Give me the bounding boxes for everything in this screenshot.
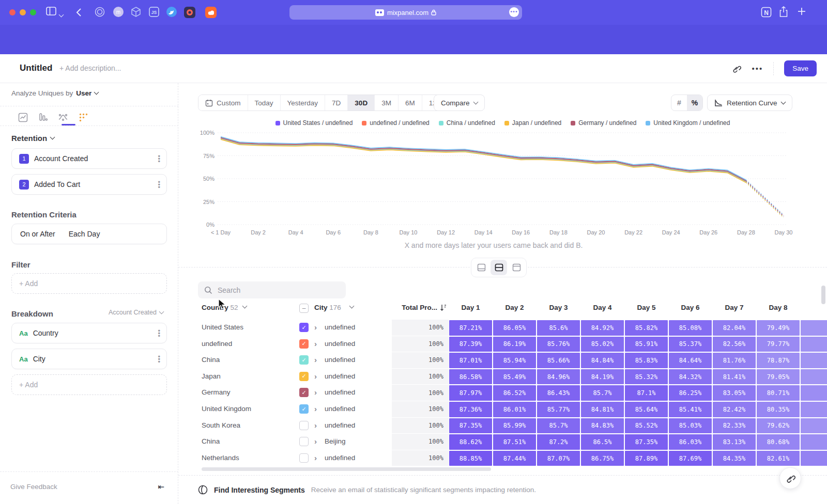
expand-row-icon[interactable]: ›: [314, 388, 317, 397]
city-cell[interactable]: undefined: [325, 356, 355, 364]
password-manager-extension-icon[interactable]: [183, 6, 196, 19]
range-7d[interactable]: 7D: [325, 95, 348, 111]
row-checkbox[interactable]: ✓: [299, 355, 309, 365]
retention-cell[interactable]: 85.77%: [537, 402, 580, 417]
row-checkbox[interactable]: [299, 437, 309, 446]
retention-cell[interactable]: 79.77%: [757, 337, 800, 352]
retention-cell[interactable]: 88.85%: [449, 451, 492, 466]
retention-cell[interactable]: 85.66%: [537, 353, 580, 368]
breakdown-options-icon[interactable]: •••: [158, 329, 160, 337]
expand-row-icon[interactable]: ›: [314, 421, 317, 430]
analyze-uniques-control[interactable]: Analyze Uniques by User: [11, 89, 98, 97]
legend-item[interactable]: Germany / undefined: [571, 119, 636, 127]
breakdown-country[interactable]: Aa Country •••: [11, 323, 167, 343]
retention-cell[interactable]: 85.91%: [625, 337, 668, 352]
range-3m[interactable]: 3M: [375, 95, 399, 111]
breakdown-scope-control[interactable]: Account Created: [109, 309, 163, 316]
country-cell[interactable]: Germany: [202, 388, 231, 396]
expand-row-icon[interactable]: ›: [314, 404, 317, 413]
table-search-input[interactable]: Search: [198, 281, 346, 298]
expand-row-icon[interactable]: ›: [314, 453, 317, 462]
retention-cell[interactable]: 85.08%: [669, 320, 712, 336]
compare-button[interactable]: Compare: [434, 94, 485, 111]
retention-cell[interactable]: 85.83%: [625, 353, 668, 368]
city-cell[interactable]: undefined: [325, 421, 355, 429]
tab-insights[interactable]: [16, 110, 30, 124]
country-cell[interactable]: United States: [202, 323, 243, 331]
select-all-checkbox[interactable]: –: [299, 304, 309, 313]
retention-cell[interactable]: 87.36%: [449, 402, 492, 417]
legend-item[interactable]: United States / undefined: [275, 119, 353, 127]
country-cell[interactable]: South Korea: [202, 421, 240, 429]
retention-cell[interactable]: 85.37%: [669, 337, 712, 352]
url-bar[interactable]: mixpanel.com •••: [289, 5, 522, 20]
retention-cell[interactable]: 83.13%: [713, 434, 756, 450]
retention-cell[interactable]: 87.39%: [449, 337, 492, 352]
retention-cell[interactable]: 87.01%: [449, 353, 492, 368]
copy-link-icon[interactable]: [732, 64, 741, 73]
retention-cell[interactable]: 80.71%: [757, 385, 800, 401]
tab-funnels[interactable]: [36, 110, 50, 124]
minimize-window-button[interactable]: [20, 9, 26, 15]
retention-cell[interactable]: 82.33%: [713, 418, 756, 434]
row-checkbox[interactable]: [299, 453, 309, 463]
retention-cell[interactable]: 87.51%: [493, 434, 536, 450]
retention-criteria-control[interactable]: On or After Each Day: [11, 224, 167, 244]
horizontal-scrollbar[interactable]: [202, 467, 491, 471]
add-filter-button[interactable]: + Add: [11, 273, 167, 294]
retention-cell[interactable]: 86.19%: [493, 337, 536, 352]
share-icon[interactable]: [779, 6, 788, 18]
event-step-2[interactable]: 2 Added To Cart •••: [11, 174, 167, 195]
retention-cell[interactable]: 82.04%: [713, 320, 756, 336]
retention-cell[interactable]: 82.42%: [713, 402, 756, 417]
js-badge-extension-icon[interactable]: JS: [148, 6, 160, 18]
retention-cell[interactable]: 85.6%: [537, 320, 580, 336]
retention-cell[interactable]: 84.83%: [581, 418, 624, 434]
retention-cell[interactable]: 84.92%: [581, 320, 624, 336]
country-cell[interactable]: United Kingdom: [202, 405, 251, 413]
tab-retention[interactable]: [76, 110, 90, 124]
row-checkbox[interactable]: ✓: [299, 339, 309, 349]
retention-cell[interactable]: 86.03%: [669, 434, 712, 450]
day-column-header[interactable]: Day 2: [493, 304, 536, 311]
retention-cell[interactable]: 84.32%: [669, 369, 712, 385]
chevron-down-icon[interactable]: [242, 304, 248, 309]
expand-row-icon[interactable]: ›: [314, 323, 317, 332]
chevron-down-icon[interactable]: [59, 9, 63, 19]
give-feedback-link[interactable]: Give Feedback: [10, 483, 57, 491]
retention-cell[interactable]: 85.7%: [537, 418, 580, 434]
criteria-each-day[interactable]: Each Day: [69, 230, 100, 238]
expand-row-icon[interactable]: ›: [314, 355, 317, 364]
tab-flows[interactable]: [56, 110, 70, 124]
city-cell[interactable]: undefined: [325, 405, 355, 413]
chart-view-toggle[interactable]: [473, 260, 489, 275]
retention-cell[interactable]: 81.41%: [713, 369, 756, 385]
day-column-header[interactable]: Day 5: [625, 304, 668, 311]
retention-chart[interactable]: 0%25%50%75%100%< 1 DayDay 2Day 4Day 6Day…: [197, 129, 812, 239]
retention-cell[interactable]: 87.2%: [537, 434, 580, 450]
row-checkbox[interactable]: ✓: [299, 388, 309, 397]
legend-item[interactable]: United Kingdom / undefined: [646, 119, 730, 127]
share-link-button[interactable]: [779, 467, 801, 489]
retention-cell[interactable]: 85.41%: [669, 402, 712, 417]
retention-cell[interactable]: 82.61%: [757, 451, 800, 466]
day-column-header[interactable]: Day 4: [581, 304, 624, 311]
save-button[interactable]: Save: [784, 60, 817, 76]
breakdown-city[interactable]: Aa City •••: [11, 349, 167, 369]
retention-cell[interactable]: 85.76%: [537, 337, 580, 352]
collapse-sidebar-icon[interactable]: ⇤: [158, 482, 164, 492]
retention-cell[interactable]: 79.05%: [757, 369, 800, 385]
expand-row-icon[interactable]: ›: [314, 437, 317, 446]
retention-cell[interactable]: 85.03%: [669, 418, 712, 434]
retention-cell[interactable]: 85.7%: [581, 385, 624, 401]
notion-icon[interactable]: N: [761, 7, 772, 18]
chevron-down-icon[interactable]: [349, 304, 355, 309]
city-column-header[interactable]: City 176: [314, 304, 341, 311]
retention-cell[interactable]: 87.69%: [669, 451, 712, 466]
range-30d[interactable]: 30D: [348, 95, 375, 111]
range-yesterday[interactable]: Yesterday: [281, 95, 326, 111]
retention-cell[interactable]: 84.84%: [581, 353, 624, 368]
day-column-header[interactable]: Day 6: [669, 304, 712, 311]
city-cell[interactable]: undefined: [325, 340, 355, 348]
retention-cell[interactable]: 87.35%: [625, 434, 668, 450]
